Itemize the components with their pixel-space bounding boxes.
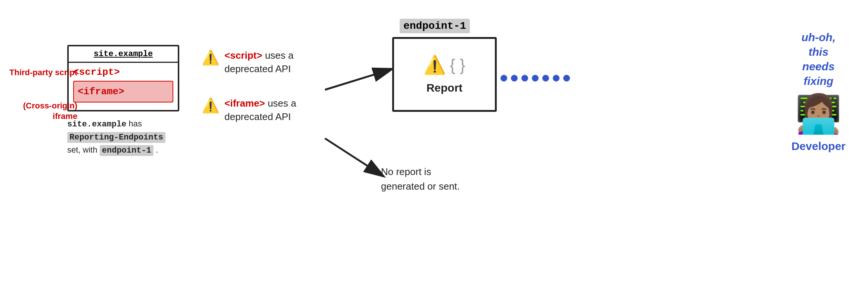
dotted-line [500, 75, 570, 82]
dot-2 [511, 75, 518, 82]
endpoint-label: endpoint-1 [400, 19, 470, 33]
svg-line-2 [325, 69, 391, 90]
script-tag: <script> [73, 67, 173, 78]
alert-iframe-tag: <iframe> [224, 98, 265, 109]
svg-line-3 [325, 138, 383, 176]
warning-icon-script: ⚠️ [202, 49, 219, 66]
endpoint-icons: ⚠️ { } [424, 55, 465, 76]
endpoint-report-label: Report [427, 82, 463, 94]
desc-has-text: has [126, 119, 142, 128]
cross-origin-iframe-label: (Cross-origin)iframe [9, 101, 77, 122]
no-report-section: No report isgenerated or sent. [381, 165, 460, 194]
alert-script-tag: <script> [224, 50, 262, 61]
endpoint-box: ⚠️ { } Report [392, 37, 497, 112]
site-box-wrapper: Third-party script (Cross-origin)iframe … [67, 45, 179, 157]
alert-item-iframe: ⚠️ <iframe> uses a deprecated API [202, 96, 329, 124]
desc-dot: . [154, 145, 158, 154]
alert-text-iframe: <iframe> uses a deprecated API [224, 96, 329, 124]
iframe-tag: <iframe> [78, 86, 124, 97]
dot-4 [532, 75, 539, 82]
alerts-section: ⚠️ <script> uses a deprecated API ⚠️ <if… [202, 49, 329, 144]
uh-oh-text: uh-oh,thisneedsfixing [791, 30, 846, 88]
diagram-container: Third-party script (Cross-origin)iframe … [0, 0, 868, 285]
endpoint-warning-icon: ⚠️ [424, 55, 446, 76]
dot-3 [521, 75, 528, 82]
third-party-script-label: Third-party script [9, 67, 77, 78]
dot-1 [500, 75, 507, 82]
iframe-tag-box: <iframe> [73, 81, 173, 102]
no-report-text: No report isgenerated or sent. [381, 165, 460, 194]
desc-endpoint1: endpoint-1 [100, 145, 154, 156]
dot-6 [553, 75, 559, 82]
developer-section: uh-oh,thisneedsfixing 👩🏽‍💻 Developer [791, 30, 846, 153]
site-box: site.example <script> <iframe> [67, 45, 179, 111]
dot-7 [563, 75, 570, 82]
warning-icon-iframe: ⚠️ [202, 97, 219, 114]
side-labels: Third-party script (Cross-origin)iframe [9, 67, 77, 122]
desc-set-with: set, with [67, 145, 100, 154]
endpoint-json-icon: { } [450, 56, 465, 74]
developer-emoji: 👩🏽‍💻 [791, 92, 846, 136]
site-example-title: site.example [94, 49, 153, 59]
site-box-content: <script> <iframe> [69, 63, 178, 106]
site-box-title-bar: site.example [69, 46, 178, 63]
endpoint-wrapper: endpoint-1 ⚠️ { } Report [392, 19, 497, 112]
desc-reporting-endpoints: Reporting-Endpoints [67, 132, 165, 143]
alert-item-script: ⚠️ <script> uses a deprecated API [202, 49, 329, 76]
dot-5 [542, 75, 549, 82]
developer-label: Developer [791, 140, 846, 153]
alert-text-script: <script> uses a deprecated API [224, 49, 329, 76]
site-box-description: site.example has Reporting-Endpoints set… [67, 117, 179, 157]
